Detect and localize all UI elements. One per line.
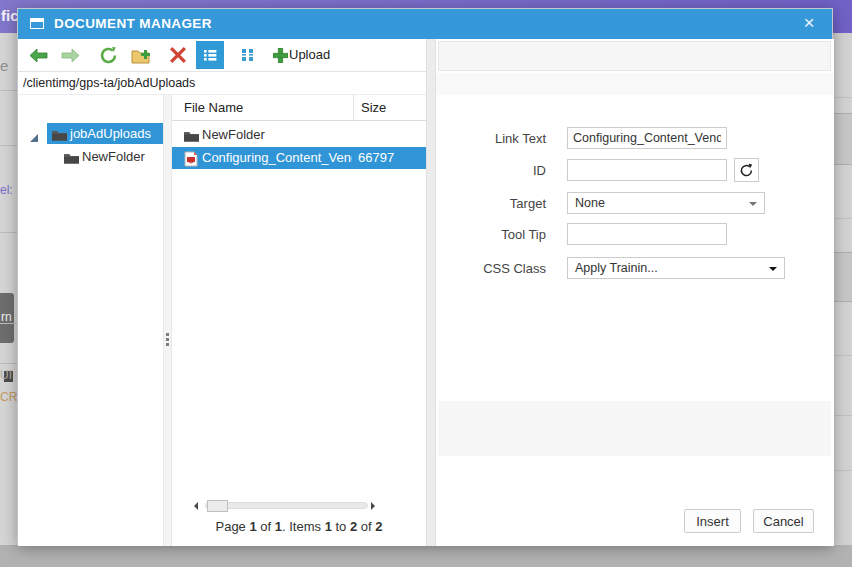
delete-button[interactable] [164, 41, 192, 69]
file-row-newfolder[interactable]: NewFolder [172, 124, 426, 146]
background-right-strip [833, 33, 852, 545]
properties-subheader-area [436, 73, 834, 95]
refresh-icon [99, 46, 118, 65]
folder-icon [184, 128, 199, 146]
css-class-row: CSS Class Apply Trainin... [436, 257, 834, 279]
background-header-text-fragment: fic [1, 7, 19, 24]
new-folder-icon [131, 47, 153, 64]
list-properties-splitter[interactable] [426, 39, 436, 546]
id-row: ID [436, 159, 834, 181]
id-refresh-button[interactable] [734, 158, 759, 182]
dialog-titlebar[interactable]: DOCUMENT MANAGER × [18, 9, 832, 39]
target-selected-value: None [575, 196, 605, 210]
forward-button[interactable] [56, 41, 84, 69]
scroll-left-icon[interactable] [194, 502, 198, 510]
background-link-fragment: el: [0, 183, 13, 197]
column-header-size[interactable]: Size [361, 100, 386, 115]
folder-icon [64, 150, 79, 168]
target-label: Target [436, 196, 546, 211]
explorer-toolbar: Upload [18, 39, 426, 72]
link-text-label: Link Text [436, 131, 546, 146]
properties-footer-area [438, 401, 831, 456]
background-text-fragment: UI [0, 368, 12, 382]
current-path: /clientimg/gps-ta/jobAdUploads [23, 76, 195, 90]
screen: fic e el: rn UI CRI DOCUMENT MANAGER × [0, 0, 852, 567]
folder-tree: jobAdUploads NewFolder [18, 95, 163, 546]
scrollbar-track[interactable] [205, 502, 368, 509]
refresh-button[interactable] [94, 41, 122, 69]
column-header-file-name[interactable]: File Name [184, 100, 243, 115]
css-class-select[interactable]: Apply Trainin... [567, 257, 785, 279]
file-size: 66797 [358, 150, 394, 165]
delete-x-icon [170, 47, 186, 63]
insert-button[interactable]: Insert [684, 509, 741, 533]
new-folder-button[interactable] [128, 41, 156, 69]
background-text-fragment: e [0, 57, 8, 74]
properties-section: Link Text ID Target None [436, 39, 834, 546]
link-text-input[interactable] [567, 127, 727, 149]
file-name: NewFolder [202, 127, 352, 142]
file-list: File Name Size NewFolder [172, 95, 426, 546]
dialog-title: DOCUMENT MANAGER [54, 16, 212, 31]
tool-tip-label: Tool Tip [436, 227, 546, 242]
tree-item-jobaduploads[interactable]: jobAdUploads [18, 123, 163, 144]
background-left-strip: e el: rn UI CRI [0, 33, 17, 545]
back-arrow-icon [29, 48, 48, 63]
tree-item-label: jobAdUploads [70, 126, 151, 141]
window-icon [30, 18, 44, 29]
link-text-row: Link Text [436, 127, 834, 149]
back-button[interactable] [24, 41, 52, 69]
tree-expand-icon[interactable] [29, 129, 39, 147]
splitter-grip-icon [166, 333, 169, 348]
folder-icon [52, 127, 67, 145]
file-list-header: File Name Size [172, 95, 426, 121]
scroll-right-icon[interactable] [371, 502, 375, 510]
properties-header-area [438, 41, 831, 71]
upload-button-label[interactable]: Upload [289, 47, 330, 62]
pager-status: Page 1 of 1. Items 1 to 2 of 2 [172, 519, 426, 534]
target-select[interactable]: None [567, 192, 765, 214]
explorer-content: jobAdUploads NewFolder File Name [18, 95, 426, 546]
forward-arrow-icon [61, 48, 80, 63]
thumbnails-view-icon [240, 47, 256, 63]
css-class-selected-value: Apply Trainin... [575, 261, 658, 275]
chevron-down-icon [769, 267, 777, 271]
tree-item-newfolder[interactable]: NewFolder [18, 146, 163, 167]
path-bar[interactable]: /clientimg/gps-ta/jobAdUploads [18, 72, 426, 95]
tree-item-label: NewFolder [82, 149, 145, 164]
file-name: Configuring_Content_Vendo [202, 150, 352, 165]
upload-plus-icon [273, 48, 288, 63]
target-row: Target None [436, 192, 834, 214]
css-class-label: CSS Class [436, 261, 546, 276]
id-input[interactable] [567, 159, 727, 181]
tool-tip-row: Tool Tip [436, 223, 834, 245]
thumbnails-view-button[interactable] [234, 41, 262, 69]
column-divider[interactable] [353, 95, 354, 120]
chevron-down-icon [749, 202, 757, 206]
document-manager-dialog: DOCUMENT MANAGER × [17, 8, 833, 545]
explorer-section: Upload /clientimg/gps-ta/jobAdUploads [18, 39, 426, 546]
list-view-button[interactable] [196, 41, 224, 69]
file-row-selected-pdf[interactable]: Configuring_Content_Vendo 66797 [172, 147, 426, 169]
pdf-file-icon [184, 151, 198, 171]
tool-tip-input[interactable] [567, 223, 727, 245]
list-view-icon [202, 47, 218, 63]
background-bottom-strip [0, 545, 852, 567]
horizontal-scrollbar[interactable] [172, 499, 426, 513]
background-button-fragment: rn [0, 293, 14, 343]
id-label: ID [436, 163, 546, 178]
cancel-button[interactable]: Cancel [753, 509, 814, 533]
scrollbar-thumb[interactable] [207, 500, 228, 512]
tree-list-splitter[interactable] [163, 95, 172, 546]
close-icon[interactable]: × [798, 12, 820, 34]
refresh-id-icon [739, 163, 754, 178]
